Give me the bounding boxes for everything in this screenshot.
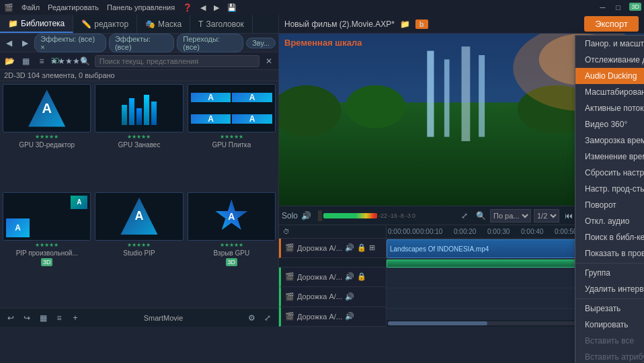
list-item[interactable]: A A A A ★★★★★ GPU Плитка 3D	[188, 84, 276, 188]
ctx-item-copy[interactable]: Копировать ▶	[575, 317, 644, 333]
fraction-select[interactable]: 1/2	[534, 209, 559, 223]
rating-icon[interactable]: ★★★★★	[63, 54, 76, 68]
rewind-btn[interactable]: ⏮	[562, 209, 575, 223]
effect-name: PIP произвольной...	[16, 249, 78, 257]
back-icon[interactable]: ◀	[200, 3, 206, 12]
grid-label: 2D-3D 104 элемента, 0 выбрано	[0, 70, 278, 81]
menu-file[interactable]: Файл	[22, 3, 40, 11]
right-panel: Новый фильм (2).Movie.AXP* 📁 b Экспорт	[279, 15, 644, 327]
search-icon[interactable]: 🔍	[79, 54, 92, 68]
lock-icon[interactable]: 🔒	[357, 243, 366, 252]
effect-name: GPU 3D-редактор	[19, 141, 75, 149]
track-header-4: 🎬 Дорожка А/... 🔊	[279, 287, 386, 307]
ruler-time-40: 0:00:40	[521, 228, 543, 235]
solo-btn[interactable]: Solo	[283, 209, 296, 223]
minimize-btn[interactable]: ─	[598, 3, 608, 12]
list-view-icon[interactable]: ≡	[35, 54, 48, 68]
menu-panel[interactable]: Панель управления	[107, 3, 175, 11]
filter-chip-all-effects[interactable]: Эффекты: (все) ×	[34, 34, 106, 52]
effect-name: GPU Плитка	[212, 141, 251, 149]
effect-stars: ★★★★★	[35, 242, 58, 248]
list-btn[interactable]: ≡	[52, 311, 66, 325]
open-project-icon[interactable]: 📁	[400, 19, 410, 29]
list-item[interactable]: A ★★★★★ Studio PIP	[95, 192, 183, 306]
mask-icon: 🎭	[145, 19, 155, 29]
export-button[interactable]: Экспорт	[584, 16, 639, 32]
arrow-right-btn[interactable]: ▶	[19, 36, 32, 50]
unsaved-indicator: b	[415, 19, 428, 29]
grid-view-icon[interactable]: ▦	[19, 54, 32, 68]
grid-btn[interactable]: ▦	[36, 311, 50, 325]
add-btn[interactable]: +	[69, 311, 82, 325]
list-item[interactable]: ★★★★★ GPU Занавес	[95, 84, 183, 188]
effect-stars: ★★★★★	[127, 134, 151, 140]
timeline-scrollbar-thumb[interactable]	[388, 321, 487, 325]
track-icon: 🎬	[285, 243, 294, 252]
ctx-item-rotate[interactable]: Поворот ▶	[575, 197, 644, 213]
redo-btn[interactable]: ↪	[20, 311, 34, 325]
timeline-label: Временная шкала	[284, 38, 362, 48]
mute-icon4[interactable]: 🔊	[345, 312, 354, 321]
tab-editor[interactable]: ✏️ редактор	[73, 15, 137, 33]
tab-mask[interactable]: 🎭 Маска	[137, 15, 190, 33]
list-item[interactable]: A A ★★★★★ PIP произвольной... 3D	[3, 192, 91, 306]
ctx-item-motion-tracking[interactable]: Отслеживание движения	[575, 52, 644, 68]
ctx-item-video360[interactable]: Видео 360° ▶	[575, 116, 644, 132]
ctx-item-show-explorer[interactable]: Показать в проводнике	[575, 245, 644, 261]
tab-library[interactable]: 📁 Библиотека	[0, 15, 73, 33]
track-icon: 🎬	[285, 292, 294, 301]
ctx-item-freeze[interactable]: Заморозка времени	[575, 132, 644, 149]
ruler-time-20: 0:00:20	[454, 228, 476, 235]
ctx-item-mute[interactable]: Откл. аудио	[575, 213, 644, 229]
filter-chip-sound[interactable]: Зву...	[246, 38, 276, 48]
filter-bar: ◀ ▶ Эффекты: (все) × Эффекты: (все) Пере…	[0, 34, 278, 52]
forward-icon[interactable]: ▶	[214, 3, 219, 12]
ctx-item-cut[interactable]: Вырезать	[575, 300, 644, 317]
tab-bar: 📁 Библиотека ✏️ редактор 🎭 Маска T Загол…	[0, 15, 278, 34]
save-icon[interactable]: 💾	[227, 3, 237, 12]
track-header-2	[279, 258, 386, 268]
effect-stars: ★★★★★	[35, 134, 58, 140]
ctx-item-scale[interactable]: Масштабирование ▶	[575, 84, 644, 100]
filter-chip-effects[interactable]: Эффекты: (все)	[109, 34, 174, 52]
track-header-5: 🎬 Дорожка А/... 🔊	[279, 307, 386, 327]
search-input[interactable]	[95, 55, 259, 67]
ctx-item-remove-intervals[interactable]: Удалить интервалы	[575, 281, 644, 297]
app-icon: 🎬	[4, 3, 13, 12]
audio-btn[interactable]: 🔊	[299, 209, 313, 223]
timeline-track-labels: ⏱ 🎬 Дорожка А/... 🔊 🔒 ⊞ 🎬 Дорожка А/...	[279, 225, 387, 327]
mute-icon3[interactable]: 🔊	[345, 292, 354, 301]
ctx-item-group[interactable]: Группа ▶	[575, 265, 644, 281]
list-item[interactable]: A ★★★★★ Взрыв GPU 3D	[188, 192, 276, 306]
lock-icon2[interactable]: 🔒	[357, 272, 366, 281]
arrow-left-btn[interactable]: ◀	[3, 36, 16, 50]
close-search-icon[interactable]: ✕	[262, 54, 276, 68]
list-item[interactable]: A ★★★★★ GPU 3D-редактор	[3, 84, 91, 188]
undo-btn[interactable]: ↩	[4, 311, 17, 325]
mute-icon[interactable]: 🔊	[345, 243, 354, 252]
mute-icon2[interactable]: 🔊	[345, 272, 354, 281]
zoom-in-btn[interactable]: 🔍	[474, 209, 487, 223]
ctx-item-duration[interactable]: Настр. прод-сть	[575, 181, 644, 197]
ctx-item-pan-zoom[interactable]: Панор. и масшт.	[575, 36, 644, 52]
ctx-item-paste-all: Вставить все	[575, 333, 644, 349]
ctx-item-active-streams[interactable]: Активные потоки ▶	[575, 100, 644, 116]
ctx-item-reset[interactable]: Сбросить настройки	[575, 165, 644, 181]
expand-icon[interactable]: ⊞	[369, 243, 375, 252]
folder-icon[interactable]: 📂	[3, 54, 16, 68]
filter-chip-transitions[interactable]: Переходы: (все)	[177, 34, 243, 52]
help-icon[interactable]: ❓	[183, 3, 192, 12]
ctx-item-find-library[interactable]: Поиск в библ-ке	[575, 229, 644, 245]
zoom-select[interactable]: По ра...	[490, 209, 531, 223]
ctx-item-change-timing[interactable]: Изменение временных настроек ▶	[575, 149, 644, 165]
tab-title[interactable]: T Заголовок	[190, 15, 253, 33]
expand-btn[interactable]: ⤢	[261, 311, 274, 325]
library-toolbar: 📂 ▦ ≡ 3D ★★★★★ 🔍 ✕	[0, 52, 278, 70]
ctx-item-audio-ducking[interactable]: Audio Ducking	[575, 68, 644, 84]
effect-grid: A ★★★★★ GPU 3D-редактор	[0, 81, 278, 308]
maximize-btn[interactable]: □	[613, 3, 623, 12]
zoom-fit-btn[interactable]: ⤢	[458, 209, 471, 223]
menu-edit[interactable]: Редактировать	[48, 3, 99, 11]
project-title: Новый фильм (2).Movie.AXP*	[284, 19, 395, 29]
settings-btn[interactable]: ⚙	[245, 311, 258, 325]
